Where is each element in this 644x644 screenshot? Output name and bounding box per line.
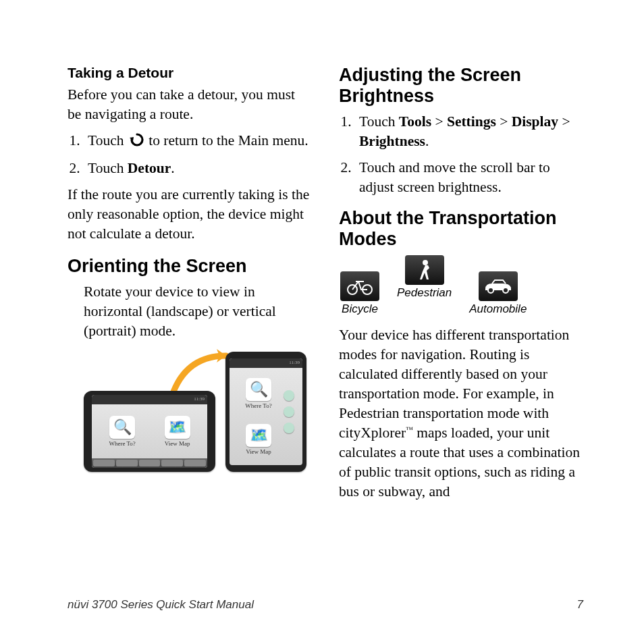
page-number: 7 bbox=[577, 598, 583, 612]
where-to-icon: 🔍 Where To? bbox=[245, 378, 271, 409]
trademark: ™ bbox=[406, 425, 413, 433]
detour-steps: Touch to return to the Main menu. Touch … bbox=[68, 131, 312, 178]
detour-step-2: Touch Detour. bbox=[84, 159, 312, 178]
svg-point-3 bbox=[488, 288, 493, 293]
brightness-step-2: Touch and move the scroll bar to adjust … bbox=[355, 158, 583, 197]
detour-note: If the route you are currently taking is… bbox=[68, 185, 312, 244]
heading-taking-detour: Taking a Detour bbox=[68, 65, 312, 81]
svg-point-2 bbox=[423, 260, 428, 265]
svg-point-4 bbox=[503, 288, 508, 293]
right-column: Adjusting the Screen Brightness Touch To… bbox=[339, 65, 583, 547]
step-text: . bbox=[171, 160, 174, 176]
page-content: Taking a Detour Before you can take a de… bbox=[0, 0, 644, 587]
brightness-step-1: Touch Tools > Settings > Display > Brigh… bbox=[355, 112, 583, 151]
heading-transport-modes: About the Transportation Modes bbox=[339, 208, 583, 250]
left-column: Taking a Detour Before you can take a de… bbox=[68, 65, 312, 547]
mode-label: Pedestrian bbox=[397, 286, 452, 300]
mode-label: Bicycle bbox=[340, 302, 379, 316]
step-text: to return to the Main menu. bbox=[149, 132, 308, 149]
step-text: Touch bbox=[88, 160, 128, 176]
heading-orienting: Orienting the Screen bbox=[68, 256, 312, 277]
page-footer: nüvi 3700 Series Quick Start Manual 7 bbox=[68, 598, 583, 612]
view-map-icon: 🗺️ View Map bbox=[246, 424, 271, 455]
side-buttons bbox=[284, 390, 294, 433]
mode-label: Automobile bbox=[469, 302, 527, 316]
detour-step-1: Touch to return to the Main menu. bbox=[84, 131, 312, 152]
brightness-steps: Touch Tools > Settings > Display > Brigh… bbox=[339, 112, 583, 197]
modes-body: Your device has different transportation… bbox=[339, 325, 583, 502]
detour-intro: Before you can take a detour, you must b… bbox=[68, 85, 312, 124]
device-portrait: 11:39 🔍 Where To? 🗺️ View Map bbox=[225, 352, 306, 472]
heading-brightness: Adjusting the Screen Brightness bbox=[339, 65, 583, 107]
mode-pedestrian: Pedestrian bbox=[397, 255, 452, 300]
device-landscape: 11:39 🔍 Where To? 🗺️ View Map bbox=[84, 391, 215, 472]
pedestrian-icon bbox=[405, 255, 444, 285]
automobile-icon bbox=[479, 271, 518, 301]
mode-automobile: Automobile bbox=[469, 271, 527, 316]
return-icon bbox=[129, 132, 144, 152]
modes-row: Bicycle Pedestrian bbox=[340, 255, 583, 316]
mode-bicycle: Bicycle bbox=[340, 271, 379, 316]
orient-body: Rotate your device to view in horizontal… bbox=[84, 282, 312, 341]
detour-bold: Detour bbox=[128, 160, 171, 176]
bicycle-icon bbox=[340, 271, 379, 301]
orientation-figure: 11:39 🔍 Where To? 🗺️ View Map bbox=[84, 350, 306, 479]
footer-title: nüvi 3700 Series Quick Start Manual bbox=[68, 598, 254, 612]
where-to-icon: 🔍 Where To? bbox=[109, 416, 135, 447]
step-text: Touch bbox=[88, 132, 128, 149]
view-map-icon: 🗺️ View Map bbox=[165, 416, 190, 447]
